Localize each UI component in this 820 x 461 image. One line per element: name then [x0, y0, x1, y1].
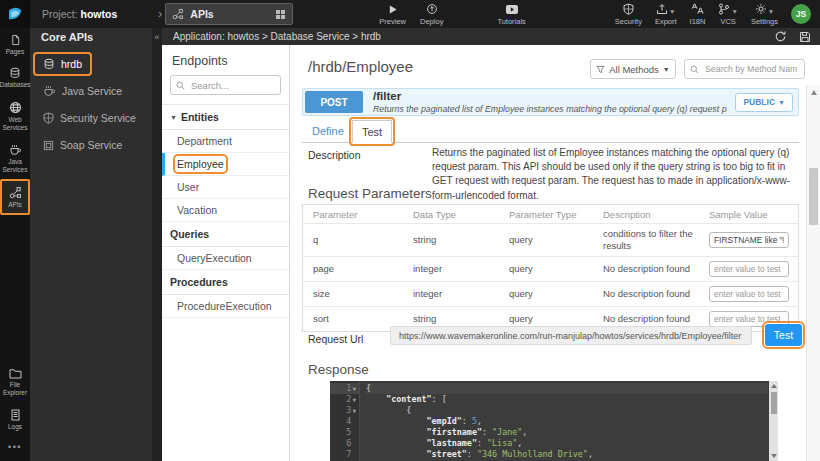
- preview-button[interactable]: Preview: [379, 2, 406, 26]
- column-header: Parameter: [313, 209, 413, 220]
- iconbar-top: PagesDatabasesWeb ServicesJava ServicesA…: [0, 28, 30, 214]
- wavemaker-logo[interactable]: [0, 0, 30, 28]
- user-avatar[interactable]: JS: [791, 4, 811, 24]
- grid-icon[interactable]: [275, 9, 286, 20]
- scroll-down-arrow-icon[interactable]: [771, 454, 777, 458]
- endpoint-item-user[interactable]: User: [162, 176, 289, 199]
- endpoint-item-procedureexecution[interactable]: ProcedureExecution: [162, 295, 289, 318]
- section-label: Queries: [170, 228, 209, 240]
- fold-caret-icon[interactable]: ▼: [352, 385, 356, 392]
- endpoints-search: [170, 75, 281, 95]
- sample-value-input-q[interactable]: [709, 232, 789, 248]
- response-editor[interactable]: 1▼2▼3▼4▼5▼6▼7▼ { "content": [ { "empId":…: [330, 381, 778, 461]
- refresh-icon[interactable]: [774, 30, 787, 43]
- editor-scroll-thumb[interactable]: [771, 392, 777, 414]
- overflow-menu-icon[interactable]: •••: [8, 436, 22, 461]
- visibility-dropdown[interactable]: PUBLIC ▼: [735, 93, 793, 112]
- scroll-up-arrow-icon[interactable]: [771, 384, 777, 388]
- settings-button[interactable]: ▼Settings: [751, 2, 778, 26]
- sidebar-item-web-services[interactable]: Web Services: [1, 95, 29, 138]
- http-verb-badge: POST: [305, 91, 363, 113]
- core-api-row: hrdb: [30, 51, 152, 78]
- fold-caret-icon[interactable]: ▼: [352, 407, 356, 414]
- param-sample-cell: [709, 286, 798, 302]
- param-data-type: integer: [413, 263, 509, 274]
- export-button[interactable]: ▼Export: [655, 2, 677, 26]
- column-header: Parameter Type: [509, 209, 603, 220]
- page-scrollbar[interactable]: [806, 85, 820, 461]
- endpoint-item-department[interactable]: Department: [162, 130, 289, 153]
- security-button[interactable]: Security: [615, 2, 642, 26]
- sidebar-item-pages[interactable]: Pages: [1, 28, 29, 61]
- tutorials-button[interactable]: Tutorials: [497, 2, 525, 26]
- chevron-down-icon: ▼: [731, 9, 737, 15]
- endpoint-item-queryexecution[interactable]: QueryExecution: [162, 247, 289, 270]
- request-url-label: Request Url: [308, 333, 363, 345]
- chevron-right-icon: ›: [158, 6, 162, 21]
- deploy-button[interactable]: Deploy: [420, 2, 443, 26]
- sidebar-item-file-explorer[interactable]: File Explorer: [1, 362, 29, 403]
- project-value: howtos: [81, 8, 118, 20]
- endpoint-item-employee[interactable]: Employee: [162, 153, 289, 176]
- endpoints-section-entities[interactable]: ▼Entities: [162, 105, 289, 130]
- core-apis-list: hrdbJava ServiceSecurity ServiceSoap Ser…: [30, 51, 152, 159]
- table-body: qstringqueryconditions to filter the res…: [303, 224, 798, 331]
- param-type: query: [509, 234, 603, 245]
- endpoint-label: Employee: [177, 158, 224, 170]
- editor-gutter: 1▼2▼3▼4▼5▼6▼7▼: [330, 381, 360, 461]
- line-number: 1▼: [330, 383, 359, 394]
- fold-caret-icon[interactable]: ▼: [352, 396, 356, 403]
- core-api-java-service[interactable]: Java Service: [36, 82, 129, 100]
- response-title: Response: [308, 362, 369, 377]
- sidebar-item-java-services[interactable]: Java Services: [1, 138, 29, 180]
- shield-icon: [43, 112, 54, 124]
- workspace-tab-apis[interactable]: APIs: [165, 3, 293, 25]
- save-icon[interactable]: [799, 30, 811, 43]
- core-api-security-service[interactable]: Security Service: [36, 109, 143, 127]
- sample-value-input-size[interactable]: [709, 286, 789, 302]
- chevron-down-icon: ▼: [669, 9, 675, 15]
- sidebar-item-logs[interactable]: Logs: [1, 403, 29, 436]
- request-url-input[interactable]: [390, 326, 752, 345]
- sidebar-item-label: Logs: [8, 423, 22, 431]
- code-line: "street": "346 Mulholland Drive",: [366, 449, 768, 460]
- core-api-soap-service[interactable]: Soap Service: [36, 136, 129, 154]
- endpoints-section-queries[interactable]: Queries: [162, 222, 289, 247]
- method-search-input[interactable]: [703, 63, 799, 75]
- code-line: "empId": 5,: [366, 416, 768, 427]
- iconbar-bottom: File ExplorerLogs•••: [0, 362, 30, 461]
- deploy-label: Deploy: [420, 17, 443, 26]
- column-header: Description: [603, 209, 709, 220]
- endpoints-title: Endpoints: [162, 45, 289, 75]
- line-number: 4▼: [330, 416, 359, 427]
- breadcrumb-bar: Application: howtos > Database Service >…: [162, 28, 820, 45]
- methods-filter-dropdown[interactable]: All Methods ▼: [590, 59, 676, 79]
- sidebar-item-apis[interactable]: APIs: [1, 180, 29, 214]
- scroll-up-arrow-icon[interactable]: [811, 90, 817, 95]
- param-type: query: [509, 288, 603, 299]
- tab-test[interactable]: Test: [352, 120, 392, 143]
- core-api-row: Security Service: [30, 105, 152, 132]
- core-api-hrdb[interactable]: hrdb: [36, 55, 89, 73]
- param-data-type: integer: [413, 288, 509, 299]
- page-scroll-thumb[interactable]: [809, 168, 818, 225]
- endpoint-item-vacation[interactable]: Vacation: [162, 199, 289, 222]
- tab-define[interactable]: Define: [312, 125, 344, 137]
- test-button[interactable]: Test: [765, 324, 802, 346]
- visibility-label: PUBLIC: [743, 97, 775, 107]
- vcs-label: VCS: [720, 17, 735, 26]
- core-api-label: Java Service: [62, 85, 122, 97]
- sample-value-input-page[interactable]: [709, 261, 789, 277]
- folder-icon: [9, 368, 22, 379]
- endpoints-search-input[interactable]: [189, 79, 275, 92]
- method-row-filter[interactable]: POST /filter Returns the paginated list …: [302, 88, 799, 116]
- editor-scrollbar[interactable]: [769, 381, 778, 461]
- tutorials-label: Tutorials: [497, 17, 525, 26]
- method-search: [684, 59, 805, 79]
- sidebar-item-databases[interactable]: Databases: [1, 61, 29, 94]
- vcs-button[interactable]: ▼VCS: [718, 2, 737, 26]
- collapse-panel-icon[interactable]: «: [152, 32, 162, 42]
- i18n-button[interactable]: I18N: [690, 2, 706, 26]
- endpoints-section-procedures[interactable]: Procedures: [162, 270, 289, 295]
- core-api-label: Security Service: [60, 112, 136, 124]
